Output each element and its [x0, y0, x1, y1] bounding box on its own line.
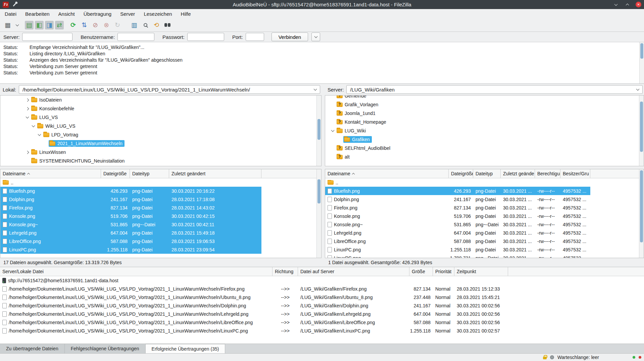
- column-header-zuletzt-ge-nde[interactable]: Zuletzt geände: [501, 169, 535, 178]
- menu-item-ansicht[interactable]: Ansicht: [58, 11, 75, 17]
- file-row[interactable]: LibreOffice.png587.088png-Datei30.03.202…: [325, 237, 639, 245]
- scrollbar[interactable]: [316, 169, 321, 258]
- file-row[interactable]: ..: [325, 178, 639, 187]
- column-header-zeitpunkt[interactable]: Zeitpunkt: [454, 267, 508, 276]
- tree-item[interactable]: LPD_Vortrag: [0, 130, 316, 139]
- tree-item[interactable]: ?Joomla_1und1: [325, 109, 639, 118]
- port-input[interactable]: [246, 33, 264, 41]
- pane-splitter[interactable]: [321, 84, 325, 267]
- file-row[interactable]: LibreOffice.png587.088png-Datei28.03.202…: [0, 237, 316, 245]
- file-row[interactable]: Lehrgeld.png647.004png-Datei30.03.2021 .…: [325, 229, 639, 237]
- tree-item[interactable]: ?Gemeinde: [325, 95, 639, 100]
- filter-button[interactable]: ▥: [130, 21, 139, 29]
- password-input[interactable]: [187, 33, 224, 41]
- server-input[interactable]: [22, 33, 72, 41]
- scrollbar-thumb[interactable]: [317, 179, 320, 203]
- column-header-dateityp[interactable]: Dateityp: [473, 169, 501, 178]
- file-row[interactable]: Konsole.png519.706png-Datei30.03.2021 ..…: [325, 212, 639, 220]
- menu-item-server[interactable]: Server: [120, 11, 135, 17]
- column-header-besitzer-gru[interactable]: Besitzer/Gru: [560, 169, 590, 178]
- tree-item[interactable]: ?alt: [325, 153, 639, 161]
- scrollbar[interactable]: [639, 96, 644, 166]
- tree-item[interactable]: LUG_Wiki: [325, 126, 639, 135]
- collapse-icon[interactable]: [24, 114, 31, 121]
- notification-icon[interactable]: [550, 355, 554, 359]
- site-manager-dropdown-button[interactable]: [14, 21, 20, 29]
- reconnect-button[interactable]: ↻: [113, 21, 122, 29]
- column-header-dateityp[interactable]: Dateityp: [130, 169, 169, 178]
- queue-row[interactable]: /home/holger/Dokumente/Linux/LUG_VS/Wiki…: [0, 326, 644, 335]
- scrollbar-thumb[interactable]: [317, 119, 320, 140]
- tree-item[interactable]: Konsolenbefehle: [0, 104, 316, 113]
- column-header-dateiname[interactable]: Dateiname: [0, 169, 101, 178]
- file-row[interactable]: Konsole.png519.706png-Datei30.03.2021 00…: [0, 212, 316, 220]
- tree-item[interactable]: ?Grafik_Vorlagen: [325, 100, 639, 109]
- scrollbar[interactable]: [316, 96, 321, 166]
- site-manager-button[interactable]: ▦: [3, 21, 12, 29]
- file-row[interactable]: LinuxPC.png1.255.118png-Datei28.03.2021 …: [0, 245, 316, 254]
- expand-icon[interactable]: [24, 105, 31, 112]
- tree-item[interactable]: 2021_1_LinuxWarumWechseln: [0, 139, 316, 148]
- toggle-remote-tree-button[interactable]: ◨: [45, 21, 54, 29]
- local-path-combo[interactable]: /home/holger/Dokumente/Linux/LUG_VS/Wiki…: [19, 85, 320, 94]
- tree-item[interactable]: SYSTEMEINRICHTUNG_Neuinstallation: [0, 157, 316, 165]
- column-header-richtung[interactable]: Richtung: [273, 267, 298, 276]
- tree-item[interactable]: IsoDateien: [0, 96, 316, 104]
- column-header-dateigr-e[interactable]: Dateigröße: [101, 169, 130, 178]
- cancel-button[interactable]: ⊘: [91, 21, 100, 29]
- file-row[interactable]: Bluefish.png426.293png-Datei30.03.2021 .…: [325, 187, 639, 195]
- disconnect-button[interactable]: ⊗: [102, 21, 111, 29]
- file-row[interactable]: Konsole.png~531.865png~-Datei30.03.2021 …: [325, 220, 639, 229]
- queue-row[interactable]: /home/holger/Dokumente/Linux/LUG_VS/Wiki…: [0, 285, 644, 293]
- file-row[interactable]: LinuxPC.png~1.798.731png~-Datei30.03.202…: [325, 254, 639, 258]
- menu-item-übertragung[interactable]: Übertragung: [84, 11, 111, 17]
- compare-directories-button[interactable]: [141, 21, 150, 29]
- column-header-server-lokale-datei[interactable]: Server/Lokale Datei: [0, 267, 273, 276]
- scrollbar-thumb[interactable]: [640, 170, 643, 242]
- queue-server-row[interactable]: sftp://u76515472@home518376591.1and1-dat…: [0, 276, 644, 285]
- file-row[interactable]: Dolphin.png241.167png-Datei28.03.2021 17…: [0, 195, 316, 203]
- file-row[interactable]: Konsole.png~531.865png~-Datei30.03.2021 …: [0, 220, 316, 229]
- column-header-dateiname[interactable]: Dateiname: [325, 169, 449, 178]
- collapse-icon[interactable]: [36, 131, 43, 138]
- file-row[interactable]: Dolphin.png241.167png-Datei30.03.2021 ..…: [325, 195, 639, 203]
- tree-item[interactable]: LinuxWissen: [0, 148, 316, 157]
- menu-item-datei[interactable]: Datei: [5, 11, 16, 17]
- column-header-zuletzt-ge-ndert[interactable]: Zuletzt geändert: [169, 169, 261, 178]
- menu-item-lesezeichen[interactable]: Lesezeichen: [144, 11, 172, 17]
- collapse-icon[interactable]: [329, 127, 336, 134]
- tab-fehlgeschlagene-bertragungen[interactable]: Fehlgeschlagene Übertragungen: [65, 344, 146, 353]
- file-row[interactable]: Lehrgeld.png647.004png-Datei28.03.2021 1…: [0, 229, 316, 237]
- tree-item[interactable]: Grafiken: [325, 135, 639, 144]
- toggle-local-tree-button[interactable]: ◧: [35, 21, 44, 29]
- menu-item-bearbeiten[interactable]: Bearbeiten: [25, 11, 50, 17]
- toggle-message-log-button[interactable]: ▤: [25, 21, 34, 29]
- tree-item[interactable]: LUG_VS: [0, 113, 316, 122]
- scrollbar-thumb[interactable]: [640, 43, 643, 59]
- connect-button[interactable]: Verbinden: [271, 33, 308, 41]
- process-queue-button[interactable]: ⇅: [80, 21, 89, 29]
- column-header-datei-auf-server[interactable]: Datei auf Server: [298, 267, 409, 276]
- queue-row[interactable]: /home/holger/Dokumente/Linux/LUG_VS/Wiki…: [0, 301, 644, 310]
- file-row[interactable]: ..: [0, 178, 316, 187]
- collapse-icon[interactable]: [30, 123, 37, 129]
- close-button[interactable]: ✕: [636, 2, 641, 7]
- column-header-gr-e[interactable]: Größe: [409, 267, 433, 276]
- tab-erfolgreiche-bertragungen-35[interactable]: Erfolgreiche Übertragungen (35): [146, 344, 226, 353]
- tree-item[interactable]: Wiki_LUG_VS: [0, 122, 316, 130]
- queue-row[interactable]: /home/holger/Dokumente/Linux/LUG_VS/Wiki…: [0, 318, 644, 326]
- file-row[interactable]: Firefox.png827.134png-Datei30.03.2021 ..…: [325, 203, 639, 212]
- find-files-button[interactable]: [163, 21, 172, 29]
- username-input[interactable]: [117, 33, 154, 41]
- menu-item-hilfe[interactable]: Hilfe: [181, 11, 191, 17]
- tab-zu-bertragende-dateien[interactable]: Zu übertragende Dateien: [0, 344, 65, 353]
- column-header-priorit-t[interactable]: Priorität: [433, 267, 454, 276]
- minimize-button[interactable]: [613, 2, 619, 8]
- toggle-queue-button[interactable]: ⇄: [55, 21, 64, 29]
- expand-icon[interactable]: [24, 149, 31, 156]
- remote-path-combo[interactable]: /LUG_Wiki/Grafiken: [346, 85, 643, 94]
- queue-row[interactable]: /home/holger/Dokumente/Linux/LUG_VS/Wiki…: [0, 293, 644, 301]
- refresh-button[interactable]: ⟳: [69, 21, 78, 29]
- connect-dropdown-button[interactable]: [311, 33, 320, 41]
- tree-item[interactable]: Sicherung: [0, 165, 316, 166]
